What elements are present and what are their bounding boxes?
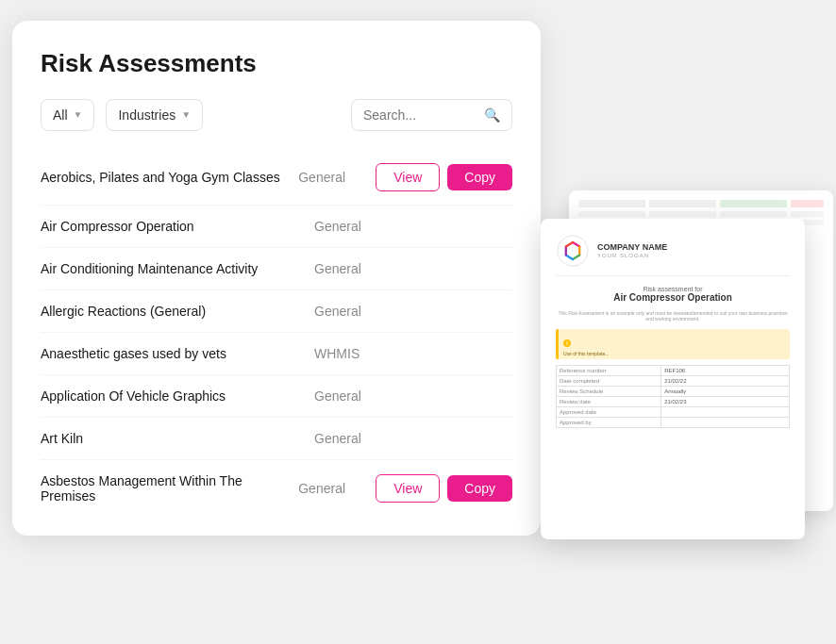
review-date-value: 21/02/23	[661, 396, 790, 406]
search-input[interactable]	[363, 107, 477, 123]
table-row: Aerobics, Pilates and Yoga Gym ClassesGe…	[41, 150, 512, 206]
table-row: Air Conditioning Maintenance ActivityGen…	[41, 248, 512, 290]
industries-filter-label: Industries	[118, 107, 176, 123]
table-row: Review date 21/02/23	[557, 396, 790, 406]
filters-row: All ▼ Industries ▼ 🔍	[41, 99, 512, 131]
review-schedule-label: Review Schedule	[557, 386, 661, 396]
row-actions: ViewCopy	[376, 163, 512, 191]
approved-date-value	[661, 406, 790, 417]
chevron-down-icon: ▼	[74, 109, 83, 120]
assessment-list: Aerobics, Pilates and Yoga Gym ClassesGe…	[41, 150, 512, 517]
assessment-name: Allergic Reactions (General)	[41, 304, 303, 319]
main-card: Risk Assessments All ▼ Industries ▼ 🔍 Ae…	[12, 21, 541, 536]
preview-disclaimer: This Risk Assessment is an example only …	[556, 310, 790, 322]
company-logo-area: COMPANY NAME YOUR SLOGAN	[556, 234, 790, 276]
approved-by-label: Approved by	[557, 417, 661, 427]
assessment-category: General	[314, 261, 380, 276]
assessment-category: General	[298, 481, 364, 496]
warning-bar: ! Use of this template...	[556, 329, 790, 359]
assessment-name: Anaesthetic gases used by vets	[41, 346, 303, 361]
assessment-name: Aerobics, Pilates and Yoga Gym Classes	[41, 170, 287, 185]
copy-button[interactable]: Copy	[447, 164, 512, 190]
chevron-down-icon: ▼	[181, 109, 191, 120]
table-row: Application Of Vehicle GraphicsGeneral	[41, 375, 512, 418]
assessment-category: WHMIS	[314, 346, 380, 361]
table-row: Approved by	[557, 417, 790, 427]
preview-cards: COMPANY NAME YOUR SLOGAN Risk assessment…	[541, 190, 833, 539]
svg-point-0	[558, 235, 588, 265]
review-schedule-value: Annually	[661, 386, 790, 396]
industries-filter-dropdown[interactable]: Industries ▼	[106, 99, 203, 131]
assessment-name: Art Kiln	[41, 431, 303, 446]
company-name: COMPANY NAME	[597, 242, 667, 253]
reference-label: Reference number	[557, 365, 661, 375]
table-row: Air Compressor OperationGeneral	[41, 206, 512, 248]
assessment-name: Air Compressor Operation	[41, 219, 303, 234]
search-box: 🔍	[351, 99, 512, 131]
date-label: Date completed	[557, 375, 661, 386]
view-button[interactable]: View	[376, 474, 440, 503]
assessment-name: Air Conditioning Maintenance Activity	[41, 261, 303, 276]
row-actions: ViewCopy	[376, 474, 512, 503]
search-icon: 🔍	[484, 107, 500, 123]
date-value: 21/02/22	[661, 375, 790, 386]
assessment-name: Application Of Vehicle Graphics	[41, 388, 303, 404]
company-logo-icon	[556, 234, 590, 268]
table-row: Approved date	[557, 406, 790, 417]
info-table: Reference number REF106 Date completed 2…	[556, 365, 790, 428]
table-row: Anaesthetic gases used by vetsWHMIS	[41, 333, 512, 375]
view-button[interactable]: View	[376, 163, 440, 191]
preview-card-front: COMPANY NAME YOUR SLOGAN Risk assessment…	[541, 219, 805, 539]
assessment-category: General	[314, 388, 380, 404]
company-info: COMPANY NAME YOUR SLOGAN	[597, 242, 667, 258]
page-title: Risk Assessments	[41, 49, 512, 78]
preview-title-section: Risk assessment for Air Compressor Opera…	[556, 286, 790, 303]
preview-doc-title: Air Compressor Operation	[556, 292, 790, 303]
table-row: Review Schedule Annually	[557, 386, 790, 396]
table-row: Reference number REF106	[557, 365, 790, 375]
warning-icon: !	[563, 339, 571, 347]
approved-by-value	[661, 417, 790, 427]
risk-for-label: Risk assessment for	[556, 286, 790, 292]
assessment-category: General	[314, 304, 380, 319]
assessment-name: Asbestos Management Within The Premises	[41, 473, 287, 504]
company-slogan: YOUR SLOGAN	[597, 253, 667, 258]
table-row: Date completed 21/02/22	[557, 375, 790, 386]
approved-date-label: Approved date	[557, 406, 661, 417]
reference-value: REF106	[661, 365, 790, 375]
all-filter-label: All	[53, 107, 68, 123]
review-date-label: Review date	[557, 396, 661, 406]
warning-text: Use of this template...	[563, 351, 785, 356]
all-filter-dropdown[interactable]: All ▼	[41, 99, 94, 131]
table-row: Asbestos Management Within The PremisesG…	[41, 460, 512, 517]
table-row: Allergic Reactions (General)General	[41, 290, 512, 333]
copy-button[interactable]: Copy	[447, 475, 512, 502]
assessment-category: General	[298, 170, 364, 185]
assessment-category: General	[314, 219, 380, 234]
table-row: Art KilnGeneral	[41, 418, 512, 460]
assessment-category: General	[314, 431, 380, 446]
